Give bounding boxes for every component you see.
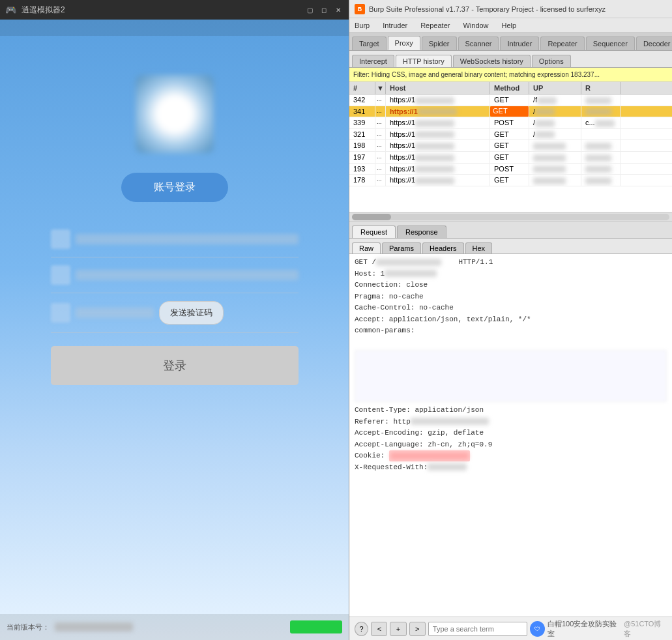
- filter-bar: Filter: Hiding CSS, image and general bi…: [349, 68, 672, 82]
- simulator-screen: 账号登录 发送验证码 登录 当前版本号：: [0, 20, 349, 640]
- table-row[interactable]: 197 ... https://1 GET: [349, 152, 672, 164]
- add-button[interactable]: +: [390, 622, 406, 636]
- sim-status-bar: [0, 20, 349, 36]
- simulator-titlebar: 🎮 逍遥模拟器2 ▢ ◻ ✕: [0, 0, 349, 20]
- tab-spider[interactable]: Spider: [422, 36, 457, 50]
- col-up[interactable]: UP: [529, 82, 581, 94]
- menu-help[interactable]: Help: [499, 22, 519, 29]
- http-table: # ▼ Host Method UP R 342 ... https://1 G…: [349, 82, 672, 212]
- accept-language-header: Accept-Language: zh-cn, zh;q=0.9: [355, 439, 667, 450]
- table-row[interactable]: 178 ... https://1 GET: [349, 175, 672, 186]
- username-input[interactable]: [76, 234, 299, 244]
- forward-button[interactable]: >: [409, 622, 426, 636]
- table-row[interactable]: 198 ... https://1 GET: [349, 140, 672, 152]
- cell-method: POST: [490, 164, 529, 175]
- tab-intruder[interactable]: Intruder: [500, 36, 539, 50]
- cell-num: 339: [349, 117, 375, 128]
- submit-login-button[interactable]: 登录: [51, 346, 299, 385]
- tab-target[interactable]: Target: [352, 36, 387, 50]
- table-row[interactable]: 193 ... https://1 POST: [349, 164, 672, 175]
- tab-headers[interactable]: Headers: [422, 242, 464, 254]
- table-header: # ▼ Host Method UP R: [349, 82, 672, 95]
- tab-decoder[interactable]: Decoder: [636, 36, 672, 50]
- cookie-header: Cookie:: [355, 450, 667, 461]
- send-code-button[interactable]: 发送验证码: [159, 301, 224, 325]
- cell-num: 178: [349, 175, 375, 186]
- content-type-header: Content-Type: application/json: [355, 405, 667, 416]
- tab-hex[interactable]: Hex: [465, 242, 493, 254]
- request-body: GET / HTTP/1.1 Host: 1 Connection: close…: [349, 254, 672, 617]
- col-method[interactable]: Method: [490, 82, 529, 94]
- cell-r: [581, 152, 621, 163]
- cell-arrow: ...: [375, 106, 386, 117]
- sim-minimize-icon[interactable]: ▢: [304, 5, 315, 15]
- cell-host: https://1: [386, 106, 490, 117]
- col-arrow[interactable]: ▼: [375, 82, 386, 94]
- cell-num: 198: [349, 140, 375, 151]
- menu-intruder[interactable]: Intruder: [380, 22, 410, 29]
- tab-response[interactable]: Response: [397, 225, 446, 238]
- tab-request[interactable]: Request: [352, 225, 396, 238]
- menu-window[interactable]: Window: [460, 22, 491, 29]
- horizontal-scrollbar[interactable]: [349, 212, 672, 222]
- version-bar: 当前版本号：: [0, 614, 349, 640]
- burp-logo-icon: B: [355, 4, 365, 14]
- cell-r: [581, 95, 621, 106]
- watermark-source: @51CTO博客: [624, 619, 667, 639]
- login-form: 发送验证码: [51, 222, 299, 333]
- cell-arrow: ...: [375, 95, 386, 106]
- cell-host: https://1: [386, 140, 490, 151]
- cell-method: GET: [490, 129, 529, 140]
- burp-titlebar: B Burp Suite Professional v1.7.37 - Temp…: [349, 0, 672, 18]
- cell-url: [529, 164, 581, 175]
- request-response-tabs: Request Response: [349, 222, 672, 239]
- help-button[interactable]: ?: [355, 622, 368, 636]
- left-panel: 🎮 逍遥模拟器2 ▢ ◻ ✕ 账号登录: [0, 0, 349, 640]
- tab-options[interactable]: Options: [532, 55, 571, 67]
- tab-intercept[interactable]: Intercept: [352, 55, 394, 67]
- table-row[interactable]: 321 ... https://1 GET /: [349, 129, 672, 141]
- cell-method: GET: [490, 95, 529, 106]
- scrollbar-track[interactable]: [352, 214, 669, 220]
- table-row[interactable]: 342 ... https://1 GET /f: [349, 95, 672, 106]
- tab-sequencer[interactable]: Sequencer: [586, 36, 635, 50]
- tab-repeater[interactable]: Repeater: [540, 36, 584, 50]
- verification-input[interactable]: [76, 308, 154, 318]
- watermark-text: 白帽100安全攻防实验室: [548, 619, 621, 639]
- request-line: GET / HTTP/1.1: [355, 257, 667, 268]
- col-host[interactable]: Host: [386, 82, 490, 94]
- cell-arrow: ...: [375, 152, 386, 163]
- table-row[interactable]: 341 ... https://1 GET /: [349, 106, 672, 118]
- table-row[interactable]: 339 ... https://1 POST / c...: [349, 117, 672, 129]
- cell-r: [581, 106, 621, 117]
- cell-arrow: ...: [375, 117, 386, 128]
- tab-params[interactable]: Params: [382, 242, 421, 254]
- tab-scanner[interactable]: Scanner: [458, 36, 499, 50]
- burp-title: Burp Suite Professional v1.7.37 - Tempor…: [369, 5, 606, 13]
- pragma-header: Pragma: no-cache: [355, 291, 667, 302]
- tab-proxy[interactable]: Proxy: [388, 36, 420, 50]
- tab-http-history[interactable]: HTTP history: [396, 55, 452, 67]
- cell-method: GET: [490, 140, 529, 151]
- search-input[interactable]: [428, 622, 527, 636]
- account-login-button[interactable]: 账号登录: [121, 173, 228, 202]
- tab-raw[interactable]: Raw: [352, 242, 381, 254]
- cell-arrow: ...: [375, 164, 386, 175]
- menu-burp[interactable]: Burp: [352, 22, 372, 29]
- sim-close-icon[interactable]: ✕: [333, 5, 343, 15]
- burp-suite-panel: B Burp Suite Professional v1.7.37 - Temp…: [349, 0, 672, 640]
- tab-websockets-history[interactable]: WebSockets history: [453, 55, 531, 67]
- sim-maximize-icon[interactable]: ◻: [319, 5, 329, 15]
- phone-field-row: [51, 257, 299, 293]
- scrollbar-thumb[interactable]: [352, 214, 391, 220]
- cache-control-header: Cache-Control: no-cache: [355, 302, 667, 313]
- cell-r: [581, 175, 621, 186]
- back-button[interactable]: <: [371, 622, 387, 636]
- menu-repeater[interactable]: Repeater: [418, 22, 452, 29]
- cell-arrow: ...: [375, 175, 386, 186]
- phone-input[interactable]: [76, 270, 299, 280]
- code-icon: [51, 303, 70, 323]
- col-r[interactable]: R: [581, 82, 621, 94]
- cell-host: https://1: [386, 175, 490, 186]
- burp-main-tabs: Target Proxy Spider Scanner Intruder Rep…: [349, 33, 672, 51]
